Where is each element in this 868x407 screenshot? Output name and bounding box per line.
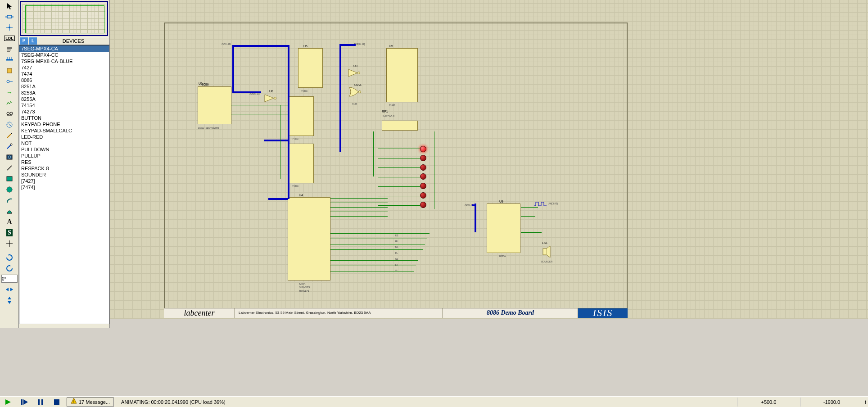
messages-panel[interactable]: ! 17 Message...	[67, 398, 114, 407]
device-item[interactable]: [7427]	[19, 178, 109, 184]
component-u7-74273[interactable]	[289, 96, 314, 136]
device-item[interactable]: NOT	[19, 140, 109, 146]
symbol-mode-button[interactable]: S	[3, 227, 16, 238]
device-item[interactable]: 7SEG-MPX4-CA	[19, 45, 109, 52]
device-item[interactable]: 8255A	[19, 96, 109, 102]
text-mode-button[interactable]: A	[3, 217, 16, 227]
device-item[interactable]: 7427	[19, 64, 109, 71]
wire-led-row7	[378, 205, 420, 206]
device-item[interactable]: KEYPAD-SMALLCALC	[19, 127, 109, 134]
bus-horizontal-2	[232, 91, 261, 93]
svg-point-19	[7, 112, 9, 115]
overview-window[interactable]	[20, 1, 108, 36]
rotate-cw-button[interactable]	[3, 252, 16, 262]
component-u10-74273[interactable]	[289, 144, 314, 183]
virtual-instruments-button[interactable]	[3, 152, 16, 162]
ref-u6: U6	[303, 45, 307, 48]
flip-vertical-button[interactable]	[3, 295, 16, 305]
component-u6-74273[interactable]	[298, 48, 323, 88]
wire	[330, 207, 388, 208]
pick-device-button[interactable]: P	[20, 37, 28, 45]
device-item[interactable]: RES	[19, 159, 109, 165]
label-u9: 8253A	[499, 255, 506, 258]
library-button[interactable]: L	[29, 37, 37, 45]
device-item[interactable]: PULLUP	[19, 153, 109, 159]
device-item[interactable]: 74154	[19, 102, 109, 109]
stop-button[interactable]	[50, 397, 63, 407]
coord-y: -1900.0	[800, 398, 863, 407]
device-item[interactable]: LED-RED	[19, 134, 109, 140]
graph-mode-button[interactable]	[3, 98, 16, 108]
device-item[interactable]: 8086	[19, 77, 109, 83]
path-mode-button[interactable]	[3, 206, 16, 216]
bus-mode-button[interactable]	[3, 54, 16, 65]
rotate-ccw-button[interactable]	[3, 263, 16, 273]
device-item[interactable]: 7SEG-MPX4-CC	[19, 52, 109, 58]
component-led-d7[interactable]	[420, 202, 426, 208]
device-item[interactable]: BUTTON	[19, 115, 109, 121]
tape-mode-button[interactable]	[3, 109, 16, 119]
svg-rect-36	[38, 399, 40, 405]
device-item[interactable]: PULLDOWN	[19, 146, 109, 153]
component-u5-74154[interactable]	[386, 48, 418, 102]
terminals-mode-button[interactable]	[3, 76, 16, 86]
device-item[interactable]: RESPACK-8	[19, 165, 109, 172]
wire	[330, 239, 427, 239]
component-led-d5[interactable]	[420, 183, 426, 189]
label-rp1: RESPACK-8	[382, 114, 394, 117]
svg-rect-34	[543, 249, 547, 255]
wire	[330, 233, 429, 234]
overview-viewport-rect[interactable]	[25, 5, 104, 33]
circle-mode-button[interactable]	[3, 184, 16, 194]
subcircuit-mode-button[interactable]	[3, 65, 16, 76]
device-item[interactable]: 7474	[19, 71, 109, 77]
component-led-d6[interactable]	[420, 192, 426, 199]
junction-mode-button[interactable]	[3, 22, 16, 32]
wire-u9-out2	[521, 232, 542, 233]
line-mode-button[interactable]	[3, 163, 16, 173]
component-mode-button[interactable]	[3, 11, 16, 22]
current-probe-button[interactable]	[3, 141, 16, 151]
component-u1-8086[interactable]	[198, 86, 231, 124]
wire-clk-out	[521, 207, 538, 208]
component-ls1-sounder[interactable]	[539, 245, 553, 258]
component-rp1-respack8[interactable]	[382, 121, 418, 131]
component-u9-8253a[interactable]	[487, 204, 520, 253]
marker-mode-button[interactable]	[3, 238, 16, 249]
devices-list[interactable]: 7SEG-MPX4-CA7SEG-MPX4-CC7SEG-MPX8-CA-BLU…	[19, 45, 109, 324]
device-item[interactable]: SOUNDER	[19, 172, 109, 178]
pause-button[interactable]	[34, 397, 47, 407]
flip-horizontal-button[interactable]	[3, 284, 16, 294]
device-item[interactable]: 8253A	[19, 90, 109, 96]
schematic-canvas[interactable]: 8086 U1 LOAD_SEG=0x2000 AD[0..15] AD[16.…	[110, 0, 868, 319]
svg-text:!: !	[73, 399, 75, 404]
component-led-d3[interactable]	[420, 164, 426, 171]
wire	[231, 114, 288, 114]
arc-mode-button[interactable]	[3, 195, 16, 205]
svg-point-17	[7, 80, 9, 83]
component-u8-not[interactable]	[264, 94, 277, 103]
box-mode-button[interactable]	[3, 173, 16, 184]
ref-ls1: LS1	[542, 241, 547, 244]
ref-u8: U8	[269, 90, 273, 93]
device-item[interactable]: 74273	[19, 109, 109, 115]
step-button[interactable]	[18, 397, 31, 407]
label-mode-button[interactable]: LBL	[3, 33, 16, 43]
device-item[interactable]: [7474]	[19, 184, 109, 190]
selection-mode-button[interactable]	[3, 0, 16, 11]
rotation-angle-input[interactable]	[1, 275, 18, 283]
component-u2a-7427[interactable]	[348, 86, 365, 97]
generators-mode-button[interactable]	[3, 119, 16, 130]
component-u3-not[interactable]	[348, 68, 361, 77]
voltage-probe-button[interactable]	[3, 130, 16, 140]
play-button[interactable]	[2, 397, 14, 407]
device-item[interactable]: 8251A	[19, 83, 109, 90]
component-led-d4[interactable]	[420, 173, 426, 180]
component-u4-8255a[interactable]	[288, 197, 330, 280]
device-item[interactable]: KEYPAD-PHONE	[19, 121, 109, 127]
component-led-d1[interactable]	[420, 146, 426, 152]
component-led-d2[interactable]	[420, 155, 426, 161]
text-script-button[interactable]	[3, 44, 16, 54]
device-item[interactable]: 7SEG-MPX8-CA-BLUE	[19, 58, 109, 64]
device-pins-button[interactable]: →	[3, 87, 16, 97]
